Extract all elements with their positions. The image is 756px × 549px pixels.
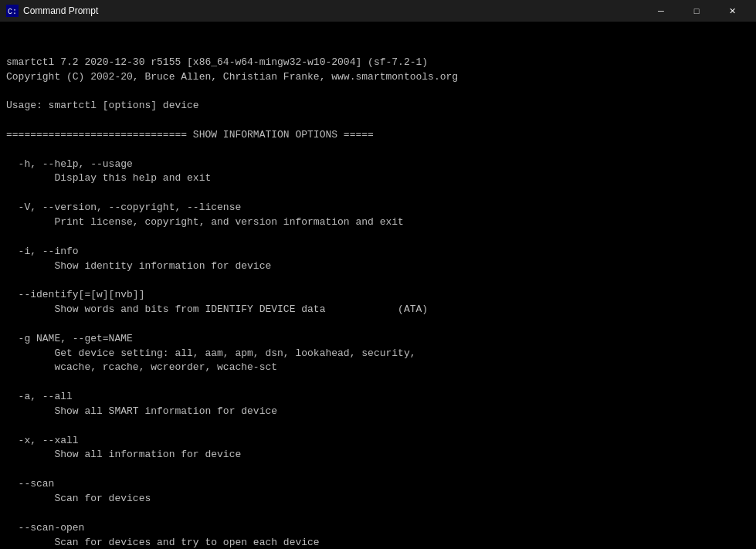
maximize-button[interactable]: □ [679,0,714,22]
console-line: -x, --xall [6,434,750,449]
console-line: --identify[=[w][nvb]] [6,288,750,303]
console-line: Show words and bits from IDENTIFY DEVICE… [6,303,750,317]
console-line: smartctl 7.2 2020-12-30 r5155 [x86_64-w6… [6,56,750,70]
console-line: --scan [6,477,750,492]
console-line: -g NAME, --get=NAME [6,332,750,347]
console-line: ============================== SHOW INFO… [6,128,750,143]
console-line: -V, --version, --copyright, --license [6,201,750,215]
console-output: smartctl 7.2 2020-12-30 r5155 [x86_64-w6… [0,22,756,549]
console-line-empty [6,186,750,201]
console-line: Show all SMART information for device [6,405,750,419]
console-line: -i, --info [6,245,750,259]
console-line-empty [6,143,750,158]
window: C: Command Prompt ─ □ ✕ smartctl 7.2 202… [0,0,756,549]
console-line: Print license, copyright, and version in… [6,215,750,230]
console-line-empty [6,375,750,390]
console-line: --scan-open [6,521,750,536]
console-line-empty [6,507,750,521]
minimize-button[interactable]: ─ [643,0,679,22]
console-line-empty [6,419,750,434]
console-line: Get device setting: all, aam, apm, dsn, … [6,347,750,361]
console-line: Usage: smartctl [options] device [6,99,750,114]
console-line: Show all information for device [6,448,750,463]
console-line: -h, --help, --usage [6,158,750,172]
console-line: -a, --all [6,390,750,405]
svg-text:C:: C: [8,8,17,16]
console-line-empty [6,230,750,245]
console-line: Copyright (C) 2002-20, Bruce Allen, Chri… [6,70,750,85]
console-line-empty [6,273,750,288]
console-line: Show identity information for device [6,259,750,274]
close-button[interactable]: ✕ [714,0,750,22]
cmd-icon: C: [6,5,19,17]
window-title: Command Prompt [23,5,98,16]
title-bar: C: Command Prompt ─ □ ✕ [0,0,756,22]
title-bar-controls: ─ □ ✕ [643,0,750,22]
console-line: Display this help and exit [6,171,750,186]
title-bar-left: C: Command Prompt [6,5,98,17]
console-line: Scan for devices and try to open each de… [6,536,750,549]
console-line-empty [6,463,750,477]
console-line-empty [6,114,750,128]
console-line-empty [6,84,750,99]
console-line: Scan for devices [6,492,750,507]
console-line-empty [6,317,750,332]
console-line: wcache, rcache, wcreorder, wcache-sct [6,361,750,375]
